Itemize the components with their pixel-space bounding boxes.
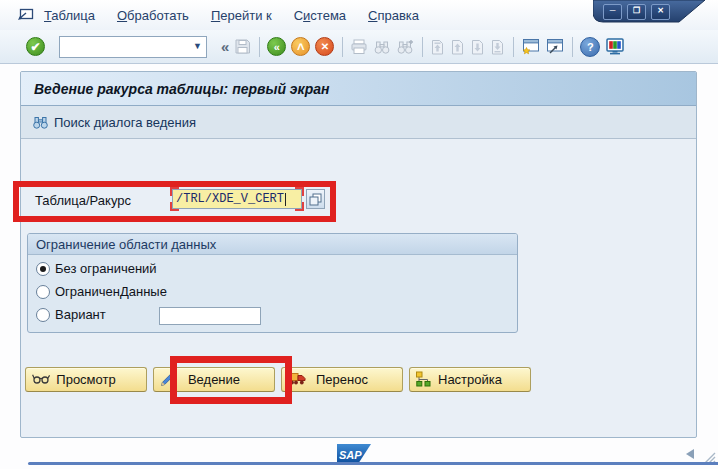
glasses-icon: [31, 371, 51, 385]
menu-edit[interactable]: Обработать: [117, 8, 189, 23]
dropdown-arrow-icon[interactable]: ▼: [193, 41, 202, 51]
customizing-button[interactable]: Настройка: [409, 367, 531, 392]
page-title: Ведение ракурса таблицы: первый экран: [34, 81, 329, 97]
toolbar-separator: [513, 37, 514, 57]
find-next-icon[interactable]: [396, 39, 414, 55]
create-shortcut-icon[interactable]: [545, 38, 564, 55]
menu-system[interactable]: Система: [294, 8, 346, 23]
screen-panel: Ведение ракурса таблицы: первый экран По…: [20, 71, 697, 438]
radio-icon: [36, 308, 50, 322]
svg-text:SAP: SAP: [339, 449, 362, 461]
find-icon[interactable]: [373, 39, 391, 55]
radio-icon: [36, 285, 50, 299]
command-input[interactable]: [62, 38, 194, 56]
next-page-icon[interactable]: [470, 39, 485, 55]
toolbar-separator: [572, 37, 573, 57]
find-dialog-label: Поиск диалога ведения: [54, 115, 196, 130]
radio-no-restrictions[interactable]: Без ограничений: [36, 261, 157, 276]
annotation-box-maintain-button: [170, 356, 292, 404]
previous-page-icon[interactable]: [450, 39, 465, 55]
help-icon[interactable]: ?: [580, 37, 600, 57]
enter-button[interactable]: ✔: [26, 37, 45, 56]
menu-table[interactable]: Таблица: [44, 8, 95, 23]
binoculars-icon: [32, 115, 49, 130]
sap-gui-window: Таблица Обработать Перейти к Система Спр…: [0, 0, 718, 469]
collapse-toolbar-icon[interactable]: «: [221, 38, 229, 55]
sap-logo: SAP: [337, 444, 371, 464]
menu-goto[interactable]: Перейти к: [211, 8, 272, 23]
window-bottom-border: [28, 462, 718, 465]
toolbar-separator: [259, 37, 260, 57]
customize-layout-icon[interactable]: [605, 38, 625, 56]
groupbox-title: Ограничение области данных: [36, 237, 216, 252]
minimize-button[interactable]: ─: [603, 4, 622, 20]
variant-input[interactable]: [159, 307, 261, 325]
last-page-icon[interactable]: [490, 39, 505, 55]
maximize-button[interactable]: ❐: [627, 4, 646, 20]
radio-variant[interactable]: Вариант: [36, 307, 106, 322]
system-toolbar: ✔ « ▼ « « ˄ ✕: [0, 30, 718, 64]
display-button[interactable]: Просмотр: [25, 367, 147, 392]
menu-help[interactable]: Справка: [368, 8, 419, 23]
groupbox-header: Ограничение области данных: [28, 234, 517, 255]
transport-button[interactable]: Перенос: [281, 367, 403, 392]
exit-button[interactable]: ✕: [315, 37, 334, 56]
hierarchy-icon: [415, 371, 432, 387]
system-menu-icon[interactable]: [16, 8, 34, 22]
toolbar-separator: [342, 37, 343, 57]
application-toolbar: Поиск диалога ведения: [21, 106, 696, 139]
command-field[interactable]: « ▼: [59, 36, 207, 58]
close-button[interactable]: ✕: [651, 4, 670, 20]
data-restriction-groupbox: Ограничение области данных Без ограничен…: [27, 233, 518, 333]
radio-icon: [36, 262, 50, 276]
first-page-icon[interactable]: [430, 39, 445, 55]
find-maintenance-dialog-button[interactable]: Поиск диалога ведения: [32, 115, 196, 130]
radio-restricted-data[interactable]: ОграниченДанные: [36, 284, 167, 299]
back-button[interactable]: «: [267, 37, 286, 56]
window-controls: ─ ❐ ✕: [593, 0, 705, 26]
toolbar-separator: [422, 37, 423, 57]
statusbar-collapse-icon[interactable]: [686, 449, 694, 459]
annotation-box-table-field: [13, 181, 336, 222]
new-session-icon[interactable]: [521, 38, 540, 55]
print-icon[interactable]: [350, 39, 368, 55]
screen-title-bar: Ведение ракурса таблицы: первый экран: [21, 72, 696, 106]
save-icon[interactable]: [234, 38, 251, 55]
page-up-button[interactable]: ˄: [291, 37, 310, 56]
